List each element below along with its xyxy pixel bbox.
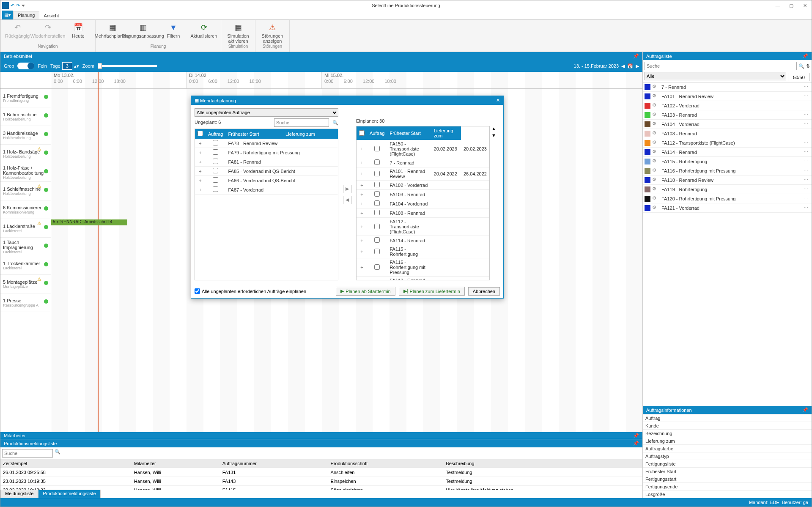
order-row[interactable]: ⚙FA104 - Vorderrad⋯ — [643, 120, 812, 129]
sort-down-button[interactable]: ▼ — [491, 133, 500, 138]
table-row[interactable]: +FA115 - Rohrfertigung — [357, 245, 489, 258]
expand-icon[interactable]: + — [195, 157, 206, 167]
row-checkbox[interactable] — [374, 159, 380, 165]
order-row[interactable]: ⚙FA102 - Vorderrad⋯ — [643, 101, 812, 110]
col-lieferung-r[interactable]: Lieferung zum — [431, 126, 461, 140]
resource-row[interactable]: 6 KommissionierenKommissionierung — [0, 200, 51, 219]
table-row[interactable]: +FA81 - Rennrad — [195, 157, 338, 167]
auftragsliste-search[interactable] — [645, 62, 797, 70]
table-row[interactable]: +FA86 - Vorderrad mit QS-Bericht — [195, 176, 338, 185]
order-row[interactable]: ⚙FA108 - Rennrad⋯ — [643, 129, 812, 138]
table-row[interactable]: +FA118 - Rennrad Review16.02.202222.02.2… — [357, 277, 489, 281]
date-next-icon[interactable]: ▶ — [636, 63, 639, 69]
today-button[interactable]: 📅Heute — [65, 22, 92, 44]
col-start[interactable]: Frühester Start — [225, 129, 283, 139]
resource-row[interactable]: 1 PresseRessourcengruppe A — [0, 293, 51, 312]
order-row[interactable]: ⚙7 - Rennrad⋯ — [643, 82, 812, 92]
tage-stepper-icon[interactable]: ▴▾ — [74, 63, 79, 69]
more-icon[interactable]: ⋯ — [802, 168, 810, 173]
prodmeld-table[interactable]: ZeitstempelMitarbeiterAuftragsnummerProd… — [0, 459, 642, 490]
table-row[interactable]: +FA78 - Rennrad Review — [195, 139, 338, 148]
row-checkbox[interactable] — [374, 146, 380, 151]
more-icon[interactable]: ⋯ — [802, 177, 810, 183]
dialog-header[interactable]: ▦ Mehrfachplanung ✕ — [191, 96, 503, 105]
table-row[interactable]: +FA85 - Vorderrad mit QS-Bericht — [195, 167, 338, 176]
more-icon[interactable]: ⋯ — [802, 205, 810, 211]
auftragsliste-pin-icon[interactable]: 📌 — [802, 53, 808, 59]
row-checkbox[interactable] — [374, 210, 380, 215]
qat-undo-icon[interactable]: ↶ — [11, 3, 14, 8]
resource-row[interactable]: 1 TrockenkammerLackiererei — [0, 256, 51, 275]
more-icon[interactable]: ⋯ — [802, 93, 810, 99]
table-row[interactable]: +FA116 - Rohrfertigung mit Pressung — [357, 258, 489, 277]
more-icon[interactable]: ⋯ — [802, 112, 810, 118]
table-row[interactable]: 23.01.2023 10:19:35Hansen, WilliFA143Ein… — [0, 477, 642, 486]
resource-row[interactable]: 5 MontageplätzeMontageplätze⚠ — [0, 275, 51, 293]
row-checkbox[interactable] — [213, 149, 218, 155]
table-row[interactable]: +FA104 - Vorderrad — [357, 199, 489, 208]
row-checkbox[interactable] — [374, 200, 380, 206]
table-row[interactable]: +FA150 - Transportkiste (FlightCase)20.0… — [357, 140, 489, 158]
dialog-search-left[interactable] — [274, 118, 329, 127]
auftragsinfo-pin-icon[interactable]: 📌 — [802, 407, 808, 413]
grob-fein-toggle[interactable] — [17, 63, 34, 69]
tage-input[interactable] — [62, 62, 72, 70]
expand-icon[interactable]: + — [357, 208, 367, 218]
more-icon[interactable]: ⋯ — [802, 103, 810, 108]
order-row[interactable]: ⚙FA118 - Rennrad Review⋯ — [643, 175, 812, 185]
row-checkbox[interactable] — [213, 186, 218, 192]
column-header[interactable]: Produktionsschritt — [328, 459, 444, 468]
expand-icon[interactable]: + — [357, 258, 367, 277]
column-header[interactable]: Zeitstempel — [0, 459, 132, 468]
order-row[interactable]: ⚙FA115 - Rohrfertigung⋯ — [643, 157, 812, 166]
row-checkbox[interactable] — [374, 264, 380, 270]
move-left-button[interactable]: ◀ — [343, 196, 351, 204]
more-icon[interactable]: ⋯ — [802, 121, 810, 127]
order-row[interactable]: ⚙FA103 - Rennrad⋯ — [643, 110, 812, 120]
table-row[interactable]: 26.01.2023 09:25:58Hansen, WilliFA131Ans… — [0, 468, 642, 477]
chk-alle-einplanen[interactable]: Alle ungeplanten erforderlichen Aufträge… — [195, 288, 306, 294]
move-right-button[interactable]: ▶ — [343, 185, 351, 193]
table-row[interactable]: +7 - Rennrad — [357, 158, 489, 167]
prodmeld-pin-icon[interactable]: 📌 — [633, 441, 639, 446]
search-icon[interactable]: 🔍 — [55, 449, 60, 458]
row-checkbox[interactable] — [374, 280, 380, 281]
more-icon[interactable]: ⋯ — [802, 84, 810, 90]
minimize-button[interactable]: — — [773, 1, 783, 10]
col-auftrag[interactable]: Auftrag — [206, 129, 225, 139]
row-checkbox[interactable] — [213, 140, 218, 145]
disturbance-button[interactable]: ⚠Störungen anzeigen — [259, 22, 286, 44]
resource-row[interactable]: 1 Holz- BandsägeHolzbearbeitung⚠ — [0, 145, 51, 163]
filter-button[interactable]: ▼Filtern — [160, 22, 187, 44]
table-row[interactable]: +FA114 - Rennrad — [357, 236, 489, 245]
more-icon[interactable]: ⋯ — [802, 159, 810, 164]
resource-row[interactable]: 1 LackierstraßeLackiererei⚠ — [0, 219, 51, 238]
row-checkbox[interactable] — [374, 191, 380, 197]
row-checkbox[interactable] — [374, 249, 380, 254]
more-icon[interactable]: ⋯ — [802, 186, 810, 192]
task-bar[interactable]: 5 x 'RENNRAD': Arbeitsschritt 4 — [51, 219, 127, 225]
expand-icon[interactable]: + — [357, 140, 367, 158]
resource-row[interactable]: 1 Tauch-ImprägnierungLackiererei — [0, 238, 51, 256]
expand-icon[interactable]: + — [195, 139, 206, 148]
expand-icon[interactable]: + — [195, 167, 206, 176]
table-row[interactable]: +FA87 - Vorderrad — [195, 185, 338, 195]
tab-meldungsliste[interactable]: Meldungsliste — [0, 490, 38, 498]
auftragsliste-list[interactable]: ⚙7 - Rennrad⋯⚙FA101 - Rennrad Review⋯⚙FA… — [643, 82, 812, 406]
simulation-button[interactable]: ▦Simulation aktivieren — [225, 22, 252, 44]
pin-icon[interactable]: 📌 — [633, 53, 639, 59]
row-checkbox[interactable] — [374, 237, 380, 243]
order-row[interactable]: ⚙FA101 - Rennrad Review⋯ — [643, 92, 812, 101]
table-row[interactable]: +FA103 - Rennrad — [357, 190, 489, 199]
order-row[interactable]: ⚙FA119 - Rohrfertigung⋯ — [643, 185, 812, 194]
expand-icon[interactable]: + — [357, 236, 367, 245]
more-icon[interactable]: ⋯ — [802, 196, 810, 201]
row-checkbox[interactable] — [213, 168, 218, 173]
col-auftrag-r[interactable]: Auftrag — [367, 126, 387, 140]
einplanen-grid[interactable]: Auftrag Frühester Start Lieferung zum +F… — [356, 126, 490, 280]
ungeplant-grid[interactable]: Auftrag Frühester Start Lieferung zum +F… — [195, 129, 338, 280]
resource-row[interactable]: 3 HandkreissägeHolzbearbeitung — [0, 126, 51, 145]
column-header[interactable]: Mitarbeiter — [132, 459, 220, 468]
more-icon[interactable]: ⋯ — [802, 131, 810, 136]
expand-icon[interactable]: + — [195, 185, 206, 195]
